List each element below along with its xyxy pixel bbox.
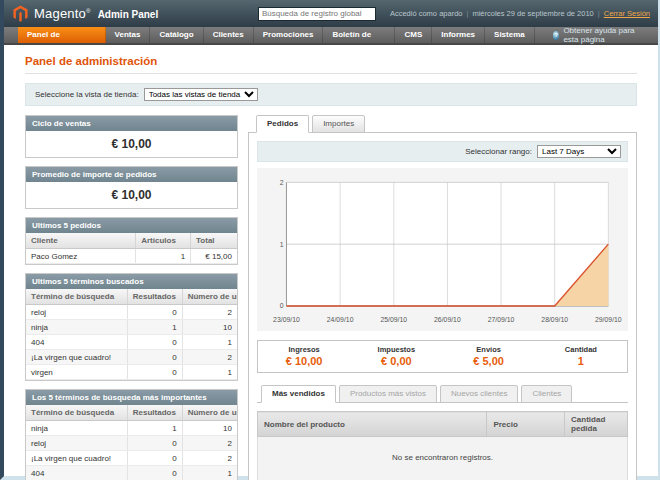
col-header-results: Resultados <box>127 405 182 421</box>
separator: | <box>466 9 468 18</box>
title-divider <box>25 73 637 74</box>
total-shipping: Envíos € 5,00 <box>443 345 535 367</box>
help-icon: ? <box>553 31 560 40</box>
svg-text:0: 0 <box>280 302 284 309</box>
order-items: 1 <box>136 249 191 264</box>
last-search-terms-table: Término de búsqueda Resultados Número de… <box>26 289 237 380</box>
col-header-items: Artículos <box>136 233 191 249</box>
top-header: Magento® Admin Panel Accedió como apardo… <box>4 0 658 27</box>
nav-item-cms[interactable]: CMS <box>395 27 432 43</box>
dashboard-right-column: Pedidos Importes Seleccionar rango: Last… <box>248 115 637 480</box>
table-row[interactable]: ¡La virgen que cuadro! 0 2 <box>26 451 237 466</box>
nav-item-reports[interactable]: Informes <box>432 27 485 43</box>
last-search-terms-box: Ultimos 5 términos buscados Término de b… <box>25 273 238 381</box>
col-header-total: Total <box>191 233 237 249</box>
svg-text:27/09/10: 27/09/10 <box>488 316 515 323</box>
page-title: Panel de administración <box>25 55 637 67</box>
total-revenue: Ingresos € 10,00 <box>258 345 350 367</box>
col-header-customer: Cliente <box>26 233 136 249</box>
last-search-terms-title: Ultimos 5 términos buscados <box>26 274 237 289</box>
nav-item-promotions[interactable]: Promociones <box>254 27 324 43</box>
svg-text:2: 2 <box>280 179 284 186</box>
col-header-product-name: Nombre del producto <box>258 412 487 437</box>
logout-link[interactable]: Cerrar Sesión <box>604 9 650 18</box>
svg-text:26/09/10: 26/09/10 <box>434 316 461 323</box>
table-row[interactable]: 404 0 1 <box>26 335 237 350</box>
tab-orders[interactable]: Pedidos <box>256 115 309 133</box>
magento-logo: Magento® Admin Panel <box>12 5 158 23</box>
svg-text:29/09/10: 29/09/10 <box>595 316 622 323</box>
nav-item-system[interactable]: Sistema <box>485 27 535 43</box>
last-orders-table: Cliente Artículos Total Paco Gomez 1 € 1… <box>26 233 237 264</box>
table-row[interactable]: ninja 1 10 <box>26 320 237 335</box>
orders-chart-wrap: 01223/09/1024/09/1025/09/1026/09/1027/09… <box>257 168 628 331</box>
lifetime-sales-title: Ciclo de ventas <box>26 116 237 131</box>
average-orders-value: € 10,00 <box>26 182 237 208</box>
col-header-term: Término de búsqueda <box>26 405 127 421</box>
range-label: Seleccionar rango: <box>465 147 532 156</box>
table-row[interactable]: reloj 0 2 <box>26 305 237 320</box>
nav-item-catalog[interactable]: Catálogo <box>150 27 203 43</box>
order-customer: Paco Gomez <box>26 249 136 264</box>
separator: | <box>598 9 600 18</box>
table-row[interactable]: 404 0 1 <box>26 466 237 480</box>
lifetime-sales-box: Ciclo de ventas € 10,00 <box>25 115 238 158</box>
store-view-bar: Seleccione la vista de tienda: Todas las… <box>25 83 637 106</box>
trademark-mark: ® <box>86 8 91 14</box>
range-select[interactable]: Last 7 Days <box>537 145 621 158</box>
total-tax: Impuestos € 0,00 <box>350 345 442 367</box>
tab-new-customers[interactable]: Nuevos clientes <box>440 385 518 403</box>
table-row[interactable]: ninja 1 10 <box>26 421 237 436</box>
tab-customers[interactable]: Clientes <box>521 385 572 403</box>
tab-amounts[interactable]: Importes <box>312 115 365 133</box>
col-header-qty-ordered: Cantidad pedida <box>565 412 628 437</box>
svg-text:24/09/10: 24/09/10 <box>327 316 354 323</box>
table-row[interactable]: Paco Gomez 1 € 15,00 <box>26 249 237 264</box>
store-view-label: Seleccione la vista de tienda: <box>35 90 139 99</box>
admin-window: Magento® Admin Panel Accedió como apardo… <box>0 0 660 480</box>
svg-text:25/09/10: 25/09/10 <box>380 316 407 323</box>
order-total: € 15,00 <box>191 249 237 264</box>
last-orders-title: Ultimos 5 pedidos <box>26 218 237 233</box>
header-user-info: Accedió como apardo | miércoles 29 de se… <box>390 9 650 18</box>
svg-text:28/09/10: 28/09/10 <box>541 316 568 323</box>
top-search-terms-table: Término de búsqueda Resultados Número de… <box>26 405 237 480</box>
bottom-tabs: Más vendidos Productos más vistos Nuevos… <box>257 385 628 403</box>
svg-text:23/09/10: 23/09/10 <box>273 316 300 323</box>
empty-records-message: No se encontraron registros. <box>258 437 628 480</box>
dashboard-left-column: Ciclo de ventas € 10,00 Promedio de impo… <box>25 115 238 480</box>
help-label: Obtener ayuda para esta página <box>563 26 648 44</box>
tab-most-viewed[interactable]: Productos más vistos <box>339 385 437 403</box>
average-orders-title: Promedio de importe de pedidos <box>26 167 237 182</box>
nav-spacer <box>535 27 553 43</box>
brand-name: Magento® <box>34 6 91 21</box>
col-header-results: Resultados <box>127 289 182 305</box>
nav-item-customers[interactable]: Clientes <box>204 27 254 43</box>
table-row[interactable]: ¡La virgen que cuadro! 0 2 <box>26 350 237 365</box>
total-quantity: Cantidad 1 <box>535 345 627 367</box>
global-search-input[interactable] <box>258 7 376 21</box>
table-row[interactable]: reloj 0 2 <box>26 436 237 451</box>
nav-item-newsletter[interactable]: Boletín de noticias <box>323 27 395 43</box>
col-header-term: Término de búsqueda <box>26 289 127 305</box>
col-header-uses: Número de usos <box>182 405 237 421</box>
main-nav: Panel de administración Ventas Catálogo … <box>4 27 658 45</box>
nav-item-sales[interactable]: Ventas <box>106 27 151 43</box>
logged-in-as: Accedió como apardo <box>390 9 463 18</box>
product-name: Admin Panel <box>98 9 159 20</box>
magento-m-icon <box>12 5 29 23</box>
svg-text:1: 1 <box>280 241 284 248</box>
tab-bestsellers[interactable]: Más vendidos <box>261 385 336 403</box>
nav-item-dashboard[interactable]: Panel de administración <box>18 27 106 43</box>
totals-bar: Ingresos € 10,00 Impuestos € 0,00 Envíos… <box>257 340 628 373</box>
store-view-select[interactable]: Todas las vistas de tienda <box>144 88 258 101</box>
current-date: miércoles 29 de septiembre de 2010 <box>472 9 593 18</box>
dashboard-panel: Seleccionar rango: Last 7 Days 01223/09/… <box>248 132 637 480</box>
col-header-uses: Número de usos <box>182 289 237 305</box>
orders-chart: 01223/09/1024/09/1025/09/1026/09/1027/09… <box>259 173 626 331</box>
chart-tabs: Pedidos Importes <box>248 115 637 132</box>
table-row[interactable]: virgen 0 1 <box>26 365 237 380</box>
col-header-price: Precio <box>487 412 565 437</box>
top-search-terms-title: Los 5 términos de búsqueda más important… <box>26 390 237 405</box>
get-help-link[interactable]: ? Obtener ayuda para esta página <box>553 27 658 43</box>
